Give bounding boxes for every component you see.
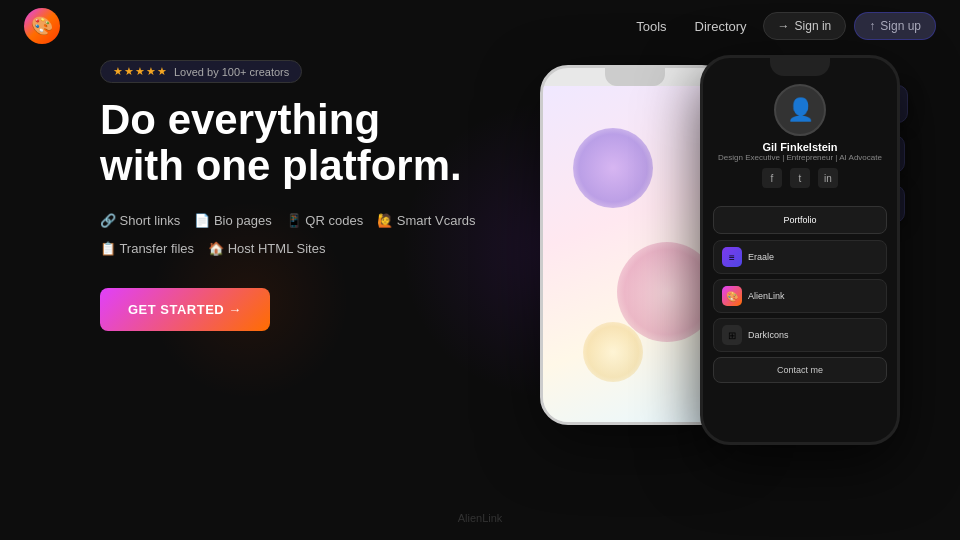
profile-social-icons: f t in [762, 168, 838, 188]
social-in-icon[interactable]: in [818, 168, 838, 188]
hero-features: 🔗 Short links 📄 Bio pages 📱 QR codes 🙋 S… [100, 209, 520, 260]
contact-button[interactable]: Contact me [713, 357, 887, 383]
darkicons-label: DarkIcons [748, 330, 789, 340]
blob1 [573, 128, 653, 208]
feature-bio-pages: 📄 Bio pages [194, 209, 271, 232]
phone-notch-front [770, 58, 830, 76]
signup-button[interactable]: ↑ Sign up [854, 12, 936, 40]
link-eraale[interactable]: ≡ Eraale [713, 240, 887, 274]
feature-qr-codes: 📱 QR codes [286, 209, 363, 232]
profile-bio: Design Executive | Entrepreneur | AI Adv… [718, 153, 882, 162]
eraale-label: Eraale [748, 252, 774, 262]
nav-buttons: → Sign in ↑ Sign up [763, 12, 936, 40]
nav-directory[interactable]: Directory [695, 19, 747, 34]
hero-title-line1: Do everything [100, 96, 380, 143]
loved-badge: ★★★★★ Loved by 100+ creators [100, 60, 302, 83]
feature-transfer-files: 📋 Transfer files [100, 237, 194, 260]
feature-host-html: 🏠 Host HTML Sites [208, 237, 325, 260]
cta-button[interactable]: GET STARTED → [100, 288, 270, 331]
footer-watermark: AlienLink [458, 512, 503, 524]
link-alienlink[interactable]: 🎨 AlienLink [713, 279, 887, 313]
link-darkicons[interactable]: ⊞ DarkIcons [713, 318, 887, 352]
avatar: 👤 [774, 84, 826, 136]
alienlink-label: AlienLink [748, 291, 785, 301]
stars: ★★★★★ [113, 65, 168, 78]
darkicons-icon: ⊞ [722, 325, 742, 345]
hero-title: Do everything with one platform. [100, 97, 520, 189]
phones-area: ✏️ ▶ 🔗 🎵 🖥 ✉️ 👤 Gil Finkelstein Design E… [540, 55, 900, 475]
navbar: 🎨 Tools Directory → Sign in ↑ Sign up [0, 0, 960, 52]
feature-short-links: 🔗 Short links [100, 209, 180, 232]
signin-label: Sign in [795, 19, 832, 33]
hero-title-line2: with one platform. [100, 142, 462, 189]
feature-smart-vcards: 🙋 Smart Vcards [377, 209, 475, 232]
social-tw-icon[interactable]: t [790, 168, 810, 188]
loved-text: Loved by 100+ creators [174, 66, 289, 78]
phone-front: 👤 Gil Finkelstein Design Executive | Ent… [700, 55, 900, 445]
social-fb-icon[interactable]: f [762, 168, 782, 188]
signin-icon: → [778, 19, 790, 33]
profile-section: 👤 Gil Finkelstein Design Executive | Ent… [713, 84, 887, 196]
hero-section: ★★★★★ Loved by 100+ creators Do everythi… [100, 60, 520, 331]
eraale-icon: ≡ [722, 247, 742, 267]
signup-icon: ↑ [869, 19, 875, 33]
phone-notch-back [605, 68, 665, 86]
profile-name: Gil Finkelstein [762, 141, 837, 153]
phone-content: 👤 Gil Finkelstein Design Executive | Ent… [703, 76, 897, 391]
nav-links: Tools Directory [636, 19, 746, 34]
signup-label: Sign up [880, 19, 921, 33]
signin-button[interactable]: → Sign in [763, 12, 847, 40]
alienlink-icon: 🎨 [722, 286, 742, 306]
blob3 [583, 322, 643, 382]
logo[interactable]: 🎨 [24, 8, 60, 44]
nav-tools[interactable]: Tools [636, 19, 666, 34]
portfolio-button[interactable]: Portfolio [713, 206, 887, 234]
